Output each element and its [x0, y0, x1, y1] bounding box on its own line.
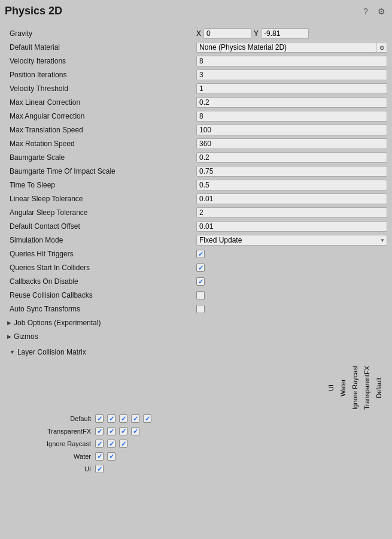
matrix-cell-tfx-ignore-raycast: [117, 426, 129, 437]
panel-title: Physics 2D: [5, 5, 62, 17]
linear-sleep-tolerance-label: Linear Sleep Tolerance: [5, 195, 196, 203]
baumgarte-scale-label: Baumgarte Scale: [5, 153, 196, 162]
matrix-cb-default-ui[interactable]: [95, 414, 104, 423]
linear-sleep-tolerance-input[interactable]: [196, 193, 387, 204]
default-material-row: Default Material ⊙: [5, 41, 387, 54]
layer-collision-matrix-arrow: ▼: [10, 349, 15, 355]
velocity-threshold-label: Velocity Threshold: [5, 84, 196, 93]
layer-collision-matrix-section: ▼ Layer Collision Matrix UI Water Ig: [5, 346, 387, 475]
queries-hit-triggers-checkbox[interactable]: [196, 250, 205, 258]
matrix-cb-default-ignore-raycast[interactable]: [119, 414, 127, 423]
matrix-cells-water: [93, 451, 117, 462]
matrix-cb-tfx-ignore-raycast[interactable]: [119, 427, 127, 435]
time-to-sleep-input[interactable]: [196, 180, 387, 190]
matrix-row-label-water: Water: [19, 453, 91, 460]
velocity-threshold-input[interactable]: [196, 83, 387, 94]
queries-start-in-colliders-checkbox[interactable]: [196, 264, 205, 272]
velocity-iterations-label: Velocity Iterations: [5, 57, 196, 65]
auto-sync-transforms-row: Auto Sync Transforms: [5, 302, 387, 316]
gravity-y-label: Y: [254, 29, 259, 38]
angular-sleep-tolerance-input[interactable]: [196, 207, 387, 218]
layer-collision-matrix-label: Layer Collision Matrix: [17, 348, 86, 356]
matrix-col-label-ignore-raycast: Ignore Raycast: [349, 364, 361, 411]
reuse-collision-callbacks-row: Reuse Collision Callbacks: [5, 289, 387, 302]
simulation-mode-select[interactable]: Fixed Update Update Script: [196, 235, 387, 246]
position-iterations-input[interactable]: [196, 69, 387, 80]
matrix-col-label-default: Default: [373, 364, 385, 411]
matrix-cell-tfx-ui: [93, 426, 105, 437]
matrix-cb-water-water[interactable]: [107, 452, 116, 461]
queries-start-in-colliders-label: Queries Start In Colliders: [5, 264, 196, 272]
matrix-row-label-transparent-fx: TransparentFX: [19, 428, 91, 435]
gravity-y-input[interactable]: [261, 28, 309, 39]
matrix-cb-default-water[interactable]: [107, 414, 116, 423]
matrix-cb-ir-water[interactable]: [107, 440, 116, 448]
position-iterations-row: Position Iterations: [5, 68, 387, 81]
matrix-cb-ir-ignore-raycast[interactable]: [119, 440, 127, 448]
matrix-cells-ui: [93, 464, 105, 474]
callbacks-on-disable-value: [196, 277, 387, 286]
gravity-x-input[interactable]: [203, 28, 251, 39]
matrix-cell-ui-ui: [93, 464, 105, 474]
callbacks-on-disable-checkbox[interactable]: [196, 277, 205, 286]
matrix-col-labels: UI Water Ignore Raycast TransparentFX: [325, 364, 385, 411]
velocity-iterations-row: Velocity Iterations: [5, 54, 387, 68]
matrix-cb-ir-ui[interactable]: [95, 440, 104, 448]
time-to-sleep-label: Time To Sleep: [5, 181, 196, 189]
layer-collision-matrix-header[interactable]: ▼ Layer Collision Matrix: [10, 346, 387, 359]
matrix-row-label-ui: UI: [19, 465, 91, 473]
default-material-input[interactable]: [196, 42, 376, 53]
settings-icon[interactable]: ⚙: [378, 7, 387, 16]
default-material-button[interactable]: ⊙: [376, 42, 387, 53]
queries-start-in-colliders-row: Queries Start In Colliders: [5, 261, 387, 274]
job-options-arrow: ▶: [7, 320, 11, 326]
simulation-mode-label: Simulation Mode: [5, 236, 196, 244]
angular-sleep-tolerance-row: Angular Sleep Tolerance: [5, 206, 387, 219]
gravity-inputs: X Y: [196, 28, 387, 39]
time-to-sleep-row: Time To Sleep: [5, 178, 387, 192]
matrix-row-label-ignore-raycast: Ignore Raycast: [19, 440, 91, 447]
simulation-mode-value: Fixed Update Update Script: [196, 235, 387, 246]
baumgarte-toi-scale-input[interactable]: [196, 166, 387, 177]
matrix-row-water: Water: [19, 450, 387, 462]
velocity-threshold-value: [196, 83, 387, 94]
matrix-cells-transparent-fx: [93, 426, 141, 437]
matrix-cb-tfx-water[interactable]: [107, 427, 116, 435]
matrix-cb-water-ui[interactable]: [95, 452, 104, 461]
matrix-cell-default-water: [105, 413, 117, 424]
job-options-foldout[interactable]: ▶ Job Options (Experimental): [5, 316, 387, 329]
callbacks-on-disable-label: Callbacks On Disable: [5, 277, 196, 286]
queries-start-in-colliders-value: [196, 264, 387, 272]
max-angular-correction-row: Max Angular Correction: [5, 110, 387, 123]
help-icon[interactable]: ?: [363, 7, 373, 16]
default-contact-offset-input[interactable]: [196, 221, 387, 232]
max-rotation-speed-row: Max Rotation Speed: [5, 137, 387, 150]
matrix-cb-tfx-ui[interactable]: [95, 427, 104, 435]
max-linear-correction-input[interactable]: [196, 97, 387, 108]
matrix-col-label-ui: UI: [325, 364, 337, 411]
header-icons: ? ⚙: [363, 7, 387, 16]
position-iterations-label: Position Iterations: [5, 71, 196, 79]
baumgarte-toi-scale-value: [196, 166, 387, 177]
velocity-iterations-input[interactable]: [196, 56, 387, 66]
reuse-collision-callbacks-value: [196, 291, 387, 299]
max-rotation-speed-input[interactable]: [196, 138, 387, 149]
gizmos-foldout[interactable]: ▶ Gizmos: [5, 330, 387, 343]
max-rotation-speed-label: Max Rotation Speed: [5, 140, 196, 148]
matrix-cb-tfx-transparent-fx[interactable]: [131, 427, 139, 435]
max-translation-speed-input[interactable]: [196, 125, 387, 135]
baumgarte-scale-input[interactable]: [196, 152, 387, 163]
reuse-collision-callbacks-checkbox[interactable]: [196, 291, 205, 299]
panel-header: Physics 2D ? ⚙: [5, 5, 387, 21]
matrix-cb-ui-ui[interactable]: [95, 465, 104, 473]
auto-sync-transforms-checkbox[interactable]: [196, 305, 205, 313]
matrix-cb-default-default[interactable]: [143, 414, 151, 423]
max-translation-speed-label: Max Translation Speed: [5, 126, 196, 134]
max-translation-speed-value: [196, 125, 387, 135]
max-angular-correction-input[interactable]: [196, 111, 387, 122]
matrix-cb-default-transparent-fx[interactable]: [131, 414, 139, 423]
matrix-row-ui: UI: [19, 463, 387, 475]
queries-hit-triggers-row: Queries Hit Triggers: [5, 247, 387, 261]
matrix-cell-tfx-transparent-fx: [129, 426, 141, 437]
matrix-cell-default-ui: [93, 413, 105, 424]
